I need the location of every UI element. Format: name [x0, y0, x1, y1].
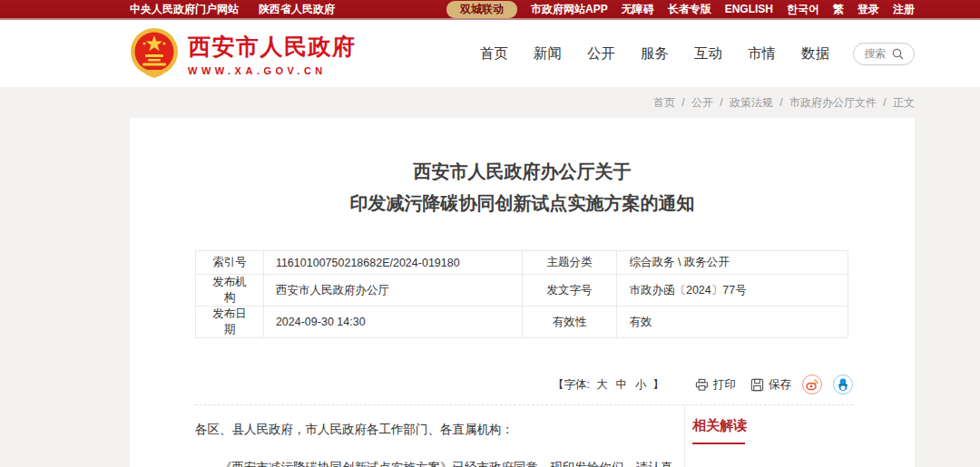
- nav-item-interaction[interactable]: 互动: [694, 44, 722, 63]
- logo-text: 西安市人民政府 WWW.XA.GOV.CN: [188, 32, 357, 76]
- article-card: 西安市人民政府办公厅关于 印发减污降碳协同创新试点实施方案的通知 索引号 116…: [130, 118, 915, 467]
- topbar-right-links: 双城联动 市政府网站APP 无障碍 长者专版 ENGLISH 한국어 繁 登录 …: [446, 1, 915, 18]
- nav-item-disclosure[interactable]: 公开: [587, 44, 615, 63]
- link-elder-version[interactable]: 长者专版: [668, 2, 711, 17]
- top-utility-bar: 中央人民政府门户网站 陕西省人民政府 双城联动 市政府网站APP 无障碍 长者专…: [0, 0, 980, 20]
- title-line-2: 印发减污降碳协同创新试点实施方案的通知: [130, 188, 915, 219]
- table-row: 发布日期 2024-09-30 14:30 有效性 有效: [196, 306, 848, 338]
- nav-item-data[interactable]: 数据: [801, 44, 829, 63]
- font-size-prefix: 【字体:: [553, 377, 590, 393]
- article-body-row: 各区、县人民政府，市人民政府各工作部门、各直属机构： 《西安市减污降碳协同创新试…: [195, 405, 915, 467]
- font-size-small-button[interactable]: 小: [635, 377, 647, 393]
- meta-value-category: 综合政务 \ 政务公开: [617, 251, 848, 275]
- site-header: 西安市人民政府 WWW.XA.GOV.CN 首页 新闻 公开 服务 互动 市情 …: [0, 20, 980, 87]
- nav-item-home[interactable]: 首页: [480, 44, 508, 63]
- save-button[interactable]: 保存: [750, 377, 791, 393]
- meta-value-issuer: 西安市人民政府办公厅: [263, 275, 522, 306]
- table-row: 索引号 11610100750218682E/2024-019180 主题分类 …: [196, 251, 848, 275]
- title-line-1: 西安市人民政府办公厅关于: [130, 156, 915, 188]
- meta-label-validity: 有效性: [522, 306, 617, 338]
- dual-city-pill-button[interactable]: 双城联动: [446, 1, 517, 18]
- share-qq-button[interactable]: [833, 375, 853, 394]
- site-url: WWW.XA.GOV.CN: [188, 65, 357, 76]
- weibo-icon: [805, 377, 819, 392]
- title-underline: [692, 443, 745, 444]
- breadcrumb-current: 正文: [893, 96, 915, 109]
- link-english[interactable]: ENGLISH: [725, 3, 773, 15]
- link-korean[interactable]: 한국어: [787, 2, 819, 17]
- topbar-left-links: 中央人民政府门户网站 陕西省人民政府: [130, 2, 335, 17]
- login-link[interactable]: 登录: [858, 2, 879, 17]
- register-link[interactable]: 注册: [893, 2, 915, 17]
- meta-label-doc-number: 发文字号: [522, 275, 617, 306]
- document-meta-table: 索引号 11610100750218682E/2024-019180 主题分类 …: [195, 250, 848, 338]
- page-title: 西安市人民政府办公厅关于 印发减污降碳协同创新试点实施方案的通知: [130, 118, 915, 219]
- qq-icon: [836, 377, 850, 392]
- search-icon: [892, 48, 904, 60]
- table-row: 发布机构 西安市人民政府办公厅 发文字号 市政办函〔2024〕77号: [196, 275, 848, 306]
- save-label: 保存: [769, 377, 791, 393]
- print-label: 打印: [713, 377, 736, 393]
- meta-value-pub-date: 2024-09-30 14:30: [263, 306, 522, 338]
- breadcrumb-policy[interactable]: 政策法规: [730, 96, 773, 109]
- national-emblem-icon: [130, 27, 179, 80]
- link-shaanxi-gov[interactable]: 陕西省人民政府: [259, 2, 335, 17]
- printer-icon: [695, 378, 709, 392]
- breadcrumb-separator: /: [779, 96, 782, 109]
- nav-item-services[interactable]: 服务: [641, 44, 669, 63]
- search-label: 搜索: [865, 46, 887, 62]
- site-name: 西安市人民政府: [188, 32, 357, 62]
- save-icon: [750, 378, 764, 392]
- search-button[interactable]: 搜索: [853, 43, 915, 65]
- link-gov-app[interactable]: 市政府网站APP: [531, 2, 608, 17]
- share-weibo-button[interactable]: [802, 375, 822, 394]
- link-central-gov[interactable]: 中央人民政府门户网站: [130, 2, 239, 17]
- font-size-medium-button[interactable]: 中: [616, 377, 628, 393]
- meta-label-pub-date: 发布日期: [196, 306, 264, 338]
- paragraph-body: 《西安市减污降碳协同创新试点实施方案》已经市政府同意，现印发给你们，请认真贯彻落…: [195, 458, 684, 467]
- related-reading-title: 相关解读: [692, 417, 915, 434]
- meta-label-issuer: 发布机构: [196, 275, 264, 306]
- breadcrumb: 首页 / 公开 / 政策法规 / 市政府办公厅文件 / 正文: [130, 95, 915, 111]
- meta-value-doc-number: 市政办函〔2024〕77号: [617, 275, 848, 306]
- font-size-control: 【字体: 大 中 小 】: [553, 377, 664, 393]
- paragraph-salutation: 各区、县人民政府，市人民政府各工作部门、各直属机构：: [195, 420, 684, 440]
- font-size-large-button[interactable]: 大: [596, 377, 608, 393]
- article-toolbar: 【字体: 大 中 小 】 打印: [195, 375, 853, 405]
- link-accessibility[interactable]: 无障碍: [622, 2, 654, 17]
- meta-label-index: 索引号: [196, 251, 264, 275]
- link-traditional-chinese[interactable]: 繁: [833, 2, 844, 17]
- nav-item-news[interactable]: 新闻: [534, 44, 562, 63]
- article-main-column: 各区、县人民政府，市人民政府各工作部门、各直属机构： 《西安市减污降碳协同创新试…: [195, 405, 685, 467]
- nav-item-city-info[interactable]: 市情: [748, 44, 776, 63]
- breadcrumb-office-docs[interactable]: 市政府办公厅文件: [789, 96, 877, 109]
- breadcrumb-row: 首页 / 公开 / 政策法规 / 市政府办公厅文件 / 正文: [0, 87, 980, 111]
- meta-label-category: 主题分类: [522, 251, 617, 275]
- related-sidebar: 相关解读 2026年建成新能源汽车应用示范标杆城市: [685, 405, 915, 467]
- breadcrumb-home[interactable]: 首页: [653, 96, 675, 109]
- meta-value-index: 11610100750218682E/2024-019180: [263, 251, 522, 275]
- breadcrumb-separator: /: [681, 96, 684, 109]
- breadcrumb-disclosure[interactable]: 公开: [691, 96, 713, 109]
- meta-value-validity: 有效: [617, 306, 848, 338]
- breadcrumb-separator: /: [720, 96, 722, 109]
- site-logo[interactable]: 西安市人民政府 WWW.XA.GOV.CN: [130, 27, 357, 80]
- main-nav: 首页 新闻 公开 服务 互动 市情 数据: [480, 44, 829, 63]
- breadcrumb-separator: /: [883, 96, 886, 109]
- print-button[interactable]: 打印: [695, 377, 736, 393]
- font-size-suffix: 】: [653, 377, 665, 393]
